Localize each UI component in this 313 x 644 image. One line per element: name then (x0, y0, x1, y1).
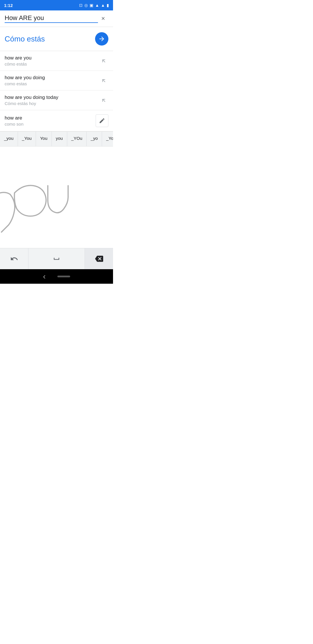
status-bar: 1:12 ⊡ ◎ ▣ ▲ ▲ ▮ (0, 0, 113, 10)
main-suggestion-row[interactable]: Cómo estás (0, 27, 113, 51)
battery-icon: ▮ (107, 3, 109, 8)
suggestion-content: how are como son (5, 115, 96, 126)
word-suggestion-Yo-space[interactable]: _Yo (102, 132, 113, 146)
suggestion-content: how are you doing como estas (5, 75, 99, 86)
suggestion-secondary-text: cómo estás (5, 61, 99, 66)
suggestion-secondary-text: Cómo estás hoy (5, 101, 99, 106)
arrow-right-icon (98, 35, 105, 42)
word-suggestion-You-space[interactable]: _You (18, 132, 36, 146)
suggestion-item[interactable]: how are you cómo estás (0, 51, 113, 71)
at-icon: ◎ (84, 3, 88, 8)
word-suggestion-you-space[interactable]: _you (0, 132, 18, 146)
handwriting-canvas[interactable] (0, 146, 113, 248)
wifi-icon: ▲ (95, 3, 99, 8)
spacebar-icon (52, 255, 61, 263)
signal-icon: ▲ (101, 3, 105, 8)
suggestion-item[interactable]: how are como son (0, 110, 113, 131)
handwriting-area[interactable] (0, 146, 113, 248)
clear-button[interactable]: × (98, 13, 108, 24)
suggestion-primary-text: how are you (5, 55, 99, 61)
word-suggestion-yo-space[interactable]: _yo (87, 132, 102, 146)
pencil-icon (99, 117, 105, 124)
suggestion-item[interactable]: how are you doing today Cómo estás hoy (0, 91, 113, 110)
main-suggestion-button[interactable] (95, 32, 108, 46)
word-suggestions-bar: _you _You You you _YOu _yo _Yo ⋮ (0, 131, 113, 146)
delete-button[interactable] (85, 248, 113, 269)
edit-button[interactable] (96, 114, 108, 127)
suggestion-primary-text: how are you doing (5, 75, 99, 81)
suggestion-item[interactable]: how are you doing como estas (0, 71, 113, 91)
delete-icon (95, 255, 103, 263)
suggestion-arrow-icon (99, 96, 108, 105)
suggestion-list: how are you cómo estás how are you doing… (0, 51, 113, 131)
suggestion-secondary-text: como son (5, 122, 96, 126)
main-suggestion-text: Cómo estás (5, 35, 95, 44)
bottom-keyboard-bar (0, 248, 113, 269)
suggestion-content: how are you doing today Cómo estás hoy (5, 95, 99, 106)
word-suggestion-you[interactable]: you (52, 132, 67, 146)
search-input[interactable]: How ARE you (5, 14, 98, 23)
vibrate-icon: ▣ (90, 3, 93, 8)
undo-icon (10, 255, 18, 263)
spacebar-button[interactable] (28, 248, 85, 269)
word-suggestion-YOu-space[interactable]: _YOu (67, 132, 87, 146)
navigation-bar: ‹ (0, 269, 113, 284)
undo-button[interactable] (0, 248, 28, 269)
home-indicator[interactable] (57, 276, 70, 277)
clipboard-icon: ⊡ (79, 3, 83, 8)
suggestion-arrow-icon (99, 56, 108, 66)
status-icons: ⊡ ◎ ▣ ▲ ▲ ▮ (79, 3, 109, 8)
suggestion-content: how are you cómo estás (5, 55, 99, 66)
suggestion-secondary-text: como estas (5, 81, 99, 86)
search-bar: How ARE you × (0, 10, 113, 27)
word-suggestion-You[interactable]: You (36, 132, 52, 146)
suggestion-primary-text: how are (5, 115, 96, 121)
suggestion-primary-text: how are you doing today (5, 95, 99, 100)
handwriting-strokes (0, 146, 113, 248)
suggestion-arrow-icon (99, 76, 108, 85)
back-button[interactable]: ‹ (43, 272, 46, 281)
status-time: 1:12 (4, 3, 13, 8)
